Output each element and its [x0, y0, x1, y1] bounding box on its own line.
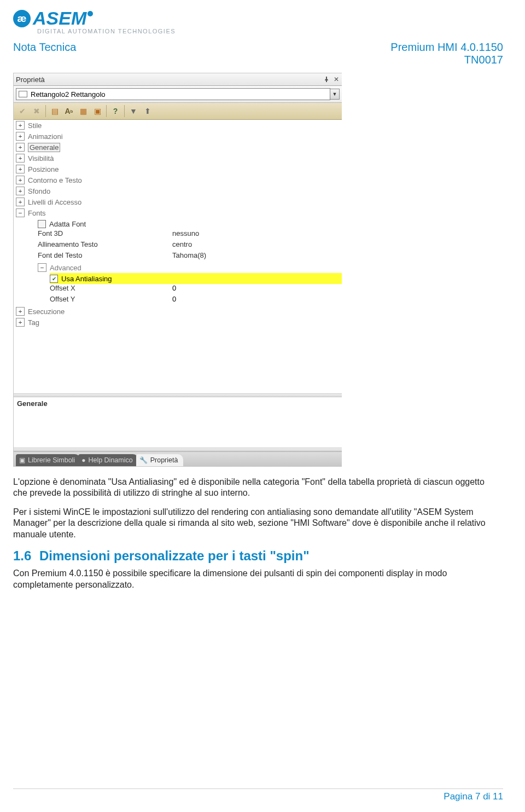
help-icon[interactable]: ?	[109, 105, 122, 118]
tree-item[interactable]: +Posizione	[14, 164, 342, 175]
prop-text-font[interactable]: Font del TestoTahoma(8)	[38, 251, 342, 262]
tree-item[interactable]: +Livelli di Accesso	[14, 196, 342, 207]
expand-plus-icon[interactable]: +	[16, 154, 25, 163]
page-icon[interactable]: ▦	[77, 105, 90, 118]
doc-product: Premium HMI 4.0.1150	[390, 41, 503, 54]
logo: æ ASEM	[13, 8, 503, 29]
section-title: Dimensioni personalizzate per i tasti "s…	[39, 548, 310, 563]
pin-icon[interactable]	[323, 76, 330, 83]
tree-item-fonts[interactable]: −Fonts	[14, 207, 342, 218]
wrench-icon: 🔧	[139, 456, 148, 464]
page-number: Pagina 7 di 11	[444, 791, 503, 802]
expand-plus-icon[interactable]: +	[16, 307, 25, 316]
object-selector[interactable]: Rettangolo2 Rettangolo	[16, 88, 330, 100]
section-number: 1.6	[13, 548, 39, 565]
description-area: Generale	[14, 397, 342, 448]
close-icon[interactable]: ✕	[333, 76, 340, 83]
collapse-minus-icon[interactable]: −	[38, 263, 46, 272]
expand-plus-icon[interactable]: +	[16, 318, 25, 327]
prop-adatta-font[interactable]: Adatta Font	[38, 218, 342, 229]
collapse-minus-icon[interactable]: −	[16, 208, 25, 217]
book-icon: ▣	[19, 456, 25, 464]
section-heading: 1.6Dimensioni personalizzate per i tasti…	[13, 548, 500, 565]
categorize-icon[interactable]: ▤	[48, 105, 61, 118]
panel-toolbar: ✔ ✖ ▤ Ab ▦ ▣ ? ▼ ⬆	[14, 103, 342, 120]
prop-offset-x[interactable]: Offset X0	[50, 284, 342, 295]
rectangle-icon	[19, 91, 27, 97]
expand-plus-icon[interactable]: +	[16, 165, 25, 173]
prop-offset-y[interactable]: Offset Y0	[50, 295, 342, 306]
tree-item[interactable]: +Animazioni	[14, 131, 342, 142]
cancel-icon[interactable]: ✖	[30, 105, 43, 118]
panel-title: Proprietà	[16, 76, 45, 84]
properties-panel: Proprietà ✕ Rettangolo2 Rettangolo ▼ ✔ ✖…	[13, 73, 342, 467]
tab-symbol-libraries[interactable]: ▣Librerie Simboli	[16, 454, 80, 466]
checkbox-checked-icon[interactable]: ✔	[50, 275, 58, 283]
paragraph: Con Premium 4.0.1150 è possibile specifi…	[13, 568, 500, 590]
apply-icon[interactable]: ✔	[16, 105, 29, 118]
expand-plus-icon[interactable]: +	[16, 176, 25, 184]
tab-properties[interactable]: 🔧Proprietà	[136, 454, 184, 466]
footer-divider	[13, 788, 503, 789]
filter-icon[interactable]: ▼	[127, 105, 140, 118]
doc-type: Nota Tecnica	[13, 41, 76, 66]
object-selector-value: Rettangolo2 Rettangolo	[31, 90, 106, 98]
prop-font-3d[interactable]: Font 3Dnessuno	[38, 229, 342, 240]
expand-plus-icon[interactable]: +	[16, 132, 25, 141]
expand-plus-icon[interactable]: +	[16, 198, 25, 206]
tree-item[interactable]: +Esecuzione	[14, 306, 342, 317]
doc-code: TN0017	[390, 54, 503, 66]
logo-dot-icon	[88, 11, 93, 16]
expand-plus-icon[interactable]: +	[16, 187, 25, 195]
checkbox-icon[interactable]	[38, 220, 46, 228]
tree-item[interactable]: +Generale	[14, 142, 342, 153]
alpha-sort-icon[interactable]: Ab	[62, 105, 75, 118]
expand-icon[interactable]: ▣	[91, 105, 104, 118]
prop-text-align[interactable]: Allineamento Testocentro	[38, 240, 342, 251]
chevron-down-icon[interactable]: ▼	[330, 89, 340, 100]
tree-item[interactable]: +Contorno e Testo	[14, 175, 342, 185]
paragraph: L'opzione è denominata "Usa Antialiasing…	[13, 477, 500, 499]
expand-plus-icon[interactable]: +	[16, 143, 25, 152]
prop-use-antialiasing[interactable]: ✔Usa Antialiasing	[50, 273, 342, 284]
tree-item[interactable]: +Stile	[14, 120, 342, 131]
paragraph: Per i sistemi WinCE le impostazioni sull…	[13, 507, 500, 540]
tree-item-advanced[interactable]: −Advanced	[38, 262, 342, 273]
expand-plus-icon[interactable]: +	[16, 121, 25, 130]
tree-item[interactable]: +Sfondo	[14, 185, 342, 196]
up-arrow-icon[interactable]: ⬆	[141, 105, 154, 118]
logo-ball-icon: æ	[13, 10, 31, 27]
logo-word: ASEM	[33, 8, 86, 29]
tree-item[interactable]: +Tag	[14, 317, 342, 328]
logo-tagline: DIGITAL AUTOMATION TECHNOLOGIES	[37, 28, 503, 34]
tree-item[interactable]: +Visibilità	[14, 153, 342, 164]
tab-dynamic-help[interactable]: ●Help Dinamico	[78, 454, 138, 466]
help-circle-icon: ●	[81, 456, 85, 464]
